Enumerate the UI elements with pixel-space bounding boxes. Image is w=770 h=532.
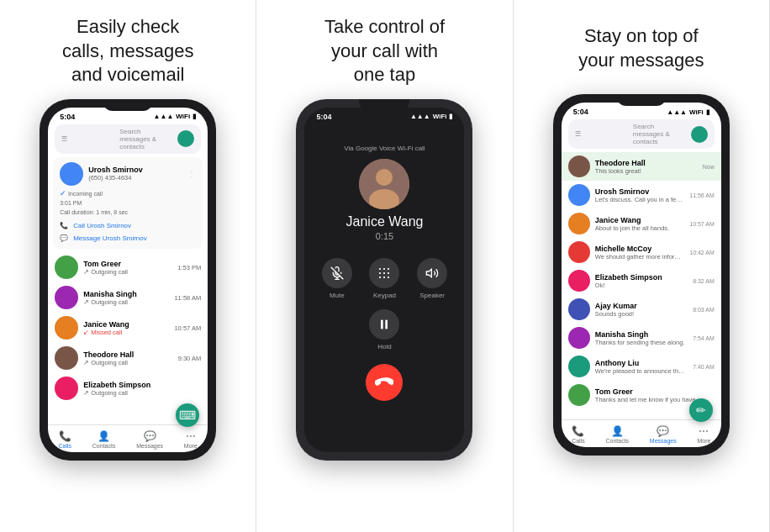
msg-item-4[interactable]: Elizabeth Simpson Ok! 8:32 AM: [562, 266, 721, 295]
msg-preview-5: Sounds good!: [595, 310, 688, 318]
msg-item-6[interactable]: Manisha Singh Thanks for sending these a…: [562, 324, 721, 352]
msg-name-8: Tom Greer: [595, 387, 709, 396]
msg-item-3[interactable]: Michelle McCoy We should gather more inf…: [562, 238, 721, 266]
active-call-screen: Via Google Voice Wi-Fi call Janice Wang …: [304, 123, 464, 452]
notch3: [616, 94, 667, 106]
more-icon[interactable]: ⋮: [187, 169, 196, 178]
caller-avatar: [359, 159, 409, 209]
user-avatar-1: [177, 130, 194, 147]
nav-contacts-label: Contacts: [92, 443, 116, 449]
nav-messages[interactable]: 💬 Messages: [136, 430, 163, 449]
keypad-button[interactable]: Keypad: [369, 258, 399, 299]
notch: [103, 99, 153, 111]
menu-icon: ☰: [61, 135, 115, 143]
phone-icon: 📞: [60, 222, 68, 229]
expanded-name: Urosh Smirnov: [88, 166, 182, 174]
msg-item-0[interactable]: Theodore Hall This looks great! Now: [562, 152, 721, 181]
call-time-3: 9:30 AM: [178, 355, 202, 362]
calls-icon-3: 📞: [572, 425, 584, 437]
nav-more[interactable]: ⋯ More: [184, 430, 198, 449]
msg-name-5: Ajay Kumar: [595, 302, 688, 310]
msg-item-5[interactable]: Ajay Kumar Sounds good! 8:03 AM: [562, 295, 721, 324]
end-call-button[interactable]: [366, 364, 403, 401]
signal-icon-3: ▲▲▲: [667, 108, 687, 116]
call-item-2: Janice Wang ↙ Missed call 10:57 AM: [48, 313, 208, 343]
call-controls: Mute: [313, 258, 456, 299]
svg-rect-17: [386, 319, 388, 329]
mute-label: Mute: [330, 292, 345, 299]
wifi-icon-3: WiFi: [689, 108, 704, 116]
status-icons-1: ▲▲▲ WiFi ▮: [154, 113, 197, 120]
msg-name-1: Urosh Smirnov: [595, 187, 684, 196]
contacts-icon: 👤: [98, 430, 110, 442]
phone3: 5:04 ▲▲▲ WiFi ▮ ☰ Search messages & cont…: [553, 94, 730, 456]
panel-calls: Easily check calls, messages and voicema…: [0, 0, 256, 532]
svg-rect-13: [383, 277, 385, 278]
messages-icon: 💬: [144, 430, 156, 442]
mute-circle: [322, 258, 352, 288]
avatar-4: [55, 377, 78, 400]
svg-rect-12: [379, 277, 381, 278]
msg-preview-4: Ok!: [595, 282, 688, 289]
call-info-4: Elizabeth Simpson ↗ Outgoing call: [83, 381, 201, 397]
nav-contacts[interactable]: 👤 Contacts: [92, 430, 116, 449]
nav-more-label: More: [184, 443, 198, 449]
nav-messages-3[interactable]: 💬 Messages: [650, 425, 677, 444]
fab-keypad[interactable]: ⌨: [176, 403, 199, 427]
svg-rect-14: [388, 277, 389, 278]
msg-info-2: Janice Wang About to join the all hands.: [595, 216, 684, 232]
phone2: 5:04 ▲▲▲ WiFi ▮ Via Google Voice Wi-Fi c…: [296, 99, 472, 461]
msg-preview-1: Let's discuss. Call you in a few minutes…: [595, 196, 684, 203]
status-icons-3: ▲▲▲ WiFi ▮: [667, 108, 709, 116]
call-action-call[interactable]: 📞 Call Urosh Smirnov: [60, 220, 196, 231]
speaker-circle: [417, 258, 447, 288]
svg-rect-7: [383, 268, 385, 270]
call-name-3: Theodore Hall: [83, 350, 172, 359]
msg-item-7[interactable]: Anthony Liu We're pleased to announce th…: [562, 352, 721, 381]
call-type-3: ↗ Outgoing call: [83, 359, 172, 366]
call-name-2: Janice Wang: [83, 320, 169, 329]
call-duration: 0:15: [376, 231, 393, 241]
msg-item-1[interactable]: Urosh Smirnov Let's discuss. Call you in…: [562, 181, 721, 209]
speaker-button[interactable]: Speaker: [417, 258, 447, 299]
panel3-title: Stay on top of your messages: [578, 15, 704, 82]
svg-rect-16: [381, 319, 383, 329]
nav-calls[interactable]: 📞 Calls: [59, 430, 72, 449]
call-item-0: Tom Greer ↗ Outgoing call 1:53 PM: [48, 252, 208, 282]
call-type-1: ↗ Outgoing call: [83, 298, 169, 306]
msg-info-0: Theodore Hall This looks great!: [595, 159, 698, 175]
nav-more-3[interactable]: ⋯ More: [697, 425, 710, 444]
via-label: Via Google Voice Wi-Fi call: [344, 145, 425, 152]
fab-edit[interactable]: ✏: [689, 398, 713, 422]
phone1: 5:04 ▲▲▲ WiFi ▮ ☰ Search messages & cont…: [40, 99, 216, 461]
nav-contacts-label-3: Contacts: [605, 438, 629, 444]
call-type-0: ↗ Outgoing call: [83, 268, 172, 276]
status-icons-2: ▲▲▲ WiFi ▮: [410, 113, 453, 120]
msg-avatar-5: [568, 298, 590, 320]
msg-avatar-4: [568, 270, 590, 292]
nav-contacts-3[interactable]: 👤 Contacts: [605, 425, 629, 444]
msg-info-8: Tom Greer Thanks and let me know if you …: [595, 387, 709, 403]
svg-rect-10: [383, 272, 385, 274]
notch2: [359, 99, 409, 111]
hold-button[interactable]: Hold: [369, 309, 399, 350]
msg-preview-7: We're pleased to announce that we will..…: [595, 367, 688, 375]
expanded-duration: Call duration: 1 min, 8 sec: [60, 208, 196, 218]
panel1-title: Easily check calls, messages and voicema…: [62, 15, 194, 87]
search-bar-3[interactable]: ☰ Search messages & contacts: [568, 119, 715, 149]
more-nav-icon-3: ⋯: [699, 425, 709, 437]
msg-item-2[interactable]: Janice Wang About to join the all hands.…: [562, 209, 721, 238]
msg-time-5: 8:03 AM: [693, 307, 715, 313]
panel2-title: Take control of your call with one tap: [324, 15, 445, 87]
nav-messages-label-3: Messages: [650, 438, 677, 444]
mute-button[interactable]: Mute: [322, 258, 352, 299]
call-action-message[interactable]: 💬 Message Urosh Smirnov: [60, 233, 196, 244]
search-bar-1[interactable]: ☰ Search messages & contacts: [55, 124, 201, 154]
phone2-screen: 5:04 ▲▲▲ WiFi ▮ Via Google Voice Wi-Fi c…: [304, 108, 464, 452]
call-name-4: Elizabeth Simpson: [83, 381, 201, 389]
avatar-0: [55, 255, 78, 279]
msg-avatar-8: [568, 384, 590, 406]
call-item-3: Theodore Hall ↗ Outgoing call 9:30 AM: [48, 343, 208, 373]
nav-calls-3[interactable]: 📞 Calls: [572, 425, 585, 444]
msg-name-4: Elizabeth Simpson: [595, 273, 688, 282]
